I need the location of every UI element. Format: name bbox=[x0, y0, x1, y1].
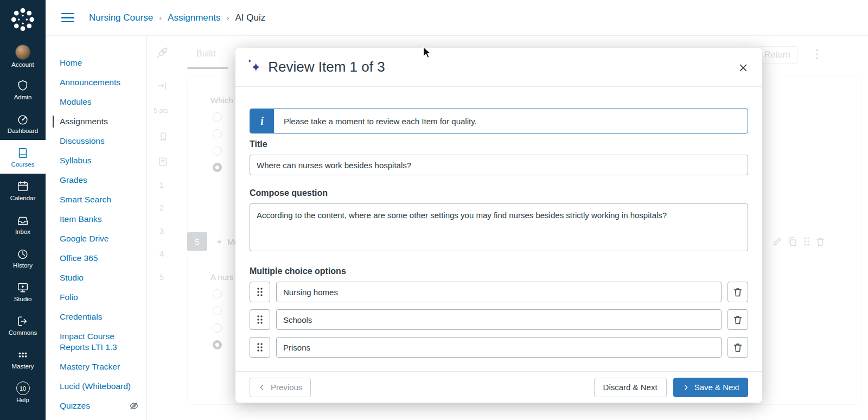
multiple-choice-options-label: Multiple choice options bbox=[250, 266, 748, 276]
eye-off-icon bbox=[129, 401, 139, 411]
discard-next-button[interactable]: Discard & Next bbox=[594, 378, 667, 397]
breadcrumb-course-link[interactable]: Nursing Course bbox=[89, 12, 153, 23]
option-row bbox=[250, 282, 748, 302]
global-nav-label: Inbox bbox=[15, 228, 30, 235]
global-nav-dashboard[interactable]: Dashboard bbox=[0, 106, 46, 140]
global-nav-mastery[interactable]: Mastery bbox=[0, 342, 46, 376]
sidebar-item-mastery-tracker[interactable]: Mastery Tracker bbox=[46, 357, 146, 377]
avatar bbox=[15, 44, 30, 60]
breadcrumb-separator: › bbox=[226, 13, 229, 22]
breadcrumb-current-page: AI Quiz bbox=[235, 12, 265, 23]
breadcrumb-separator: › bbox=[159, 13, 162, 22]
ai-sparkle-icon: ✦✦ bbox=[251, 61, 261, 74]
canvas-logo-icon[interactable] bbox=[0, 0, 46, 39]
clock-icon bbox=[16, 247, 29, 260]
delete-option-button[interactable] bbox=[727, 309, 748, 330]
save-next-button[interactable]: Save & Next bbox=[673, 378, 748, 397]
help-count-badge: 10 bbox=[16, 381, 30, 395]
global-nav-label: Help bbox=[16, 397, 29, 403]
option-row bbox=[250, 337, 748, 358]
monitor-play-icon bbox=[16, 281, 29, 294]
question-textarea[interactable]: According to the content, where are some… bbox=[250, 203, 748, 251]
global-nav-studio[interactable]: Studio bbox=[0, 275, 46, 308]
info-icon: i bbox=[250, 109, 274, 133]
global-nav-help[interactable]: 10 Help bbox=[0, 376, 46, 409]
sidebar-item-folio[interactable]: Folio bbox=[46, 288, 146, 307]
canvas-app: Account Admin Dashboard Courses Calendar… bbox=[0, 0, 868, 420]
compose-question-label: Compose question bbox=[250, 188, 748, 198]
option-input[interactable] bbox=[276, 337, 722, 358]
trash-icon bbox=[732, 342, 743, 353]
sidebar-item-discussions[interactable]: Discussions bbox=[46, 131, 146, 151]
trash-icon bbox=[732, 287, 743, 297]
drag-handle-icon[interactable] bbox=[250, 337, 270, 358]
info-alert-text: Please take a moment to review each Item… bbox=[274, 109, 487, 133]
chevron-left-icon bbox=[258, 384, 266, 391]
modal-title: ✦✦ Review Item 1 of 3 bbox=[251, 59, 385, 75]
hamburger-menu-icon[interactable] bbox=[61, 13, 74, 23]
global-nav-calendar[interactable]: Calendar bbox=[0, 174, 46, 207]
sidebar-item-syllabus[interactable]: Syllabus bbox=[46, 151, 146, 170]
sidebar-item-grades[interactable]: Grades bbox=[46, 170, 146, 190]
sidebar-item-smart-search[interactable]: Smart Search bbox=[46, 190, 146, 209]
chevron-right-icon bbox=[682, 384, 690, 391]
inbox-icon bbox=[16, 214, 29, 227]
sidebar-item-home[interactable]: Home bbox=[46, 53, 146, 73]
title-input[interactable] bbox=[250, 155, 748, 175]
breadcrumb: Nursing Course › Assignments › AI Quiz bbox=[89, 12, 265, 23]
global-nav-label: Dashboard bbox=[8, 128, 38, 134]
global-nav-label: Commons bbox=[9, 329, 37, 336]
share-arrow-icon bbox=[16, 315, 29, 328]
delete-option-button[interactable] bbox=[727, 337, 748, 358]
global-nav-inbox[interactable]: Inbox bbox=[0, 207, 46, 241]
global-nav: Account Admin Dashboard Courses Calendar… bbox=[0, 0, 46, 420]
global-nav-commons[interactable]: Commons bbox=[0, 308, 46, 342]
sidebar-item-impact-course-reports[interactable]: Impact Course Reports LTI 1.3 bbox=[46, 327, 146, 357]
title-label: Title bbox=[250, 139, 748, 149]
modal-footer: Previous Discard & Next Save & Next bbox=[235, 371, 762, 403]
drag-handle-icon[interactable] bbox=[250, 309, 270, 330]
trash-icon bbox=[732, 314, 743, 325]
close-icon[interactable] bbox=[736, 61, 750, 75]
calendar-icon bbox=[16, 180, 29, 193]
sidebar-item-studio[interactable]: Studio bbox=[46, 268, 146, 288]
option-row bbox=[250, 309, 748, 330]
sidebar-item-google-drive[interactable]: Google Drive bbox=[46, 229, 146, 249]
book-icon bbox=[16, 147, 29, 160]
global-nav-label: Account bbox=[11, 61, 34, 68]
course-nav: Home Announcements Modules Assignments D… bbox=[46, 36, 147, 420]
modal-header: ✦✦ Review Item 1 of 3 bbox=[235, 48, 762, 87]
modal-body: i Please take a moment to review each It… bbox=[235, 87, 762, 358]
option-input[interactable] bbox=[276, 309, 722, 330]
sidebar-item-assignments[interactable]: Assignments bbox=[46, 112, 146, 131]
global-nav-label: Courses bbox=[11, 161, 35, 168]
gauge-icon bbox=[16, 113, 29, 126]
breadcrumb-assignments-link[interactable]: Assignments bbox=[168, 12, 220, 23]
global-nav-history[interactable]: History bbox=[0, 241, 46, 275]
shield-icon bbox=[16, 79, 29, 92]
sidebar-item-label: Quizzes bbox=[60, 400, 90, 411]
delete-option-button[interactable] bbox=[727, 282, 748, 302]
global-nav-label: Admin bbox=[14, 94, 32, 100]
global-nav-account[interactable]: Account bbox=[0, 39, 46, 73]
sidebar-item-quizzes[interactable]: Quizzes bbox=[46, 396, 146, 416]
global-nav-label: History bbox=[13, 262, 33, 269]
sidebar-item-credentials[interactable]: Credentials bbox=[46, 307, 146, 327]
sidebar-item-announcements[interactable]: Announcements bbox=[46, 73, 146, 92]
global-nav-label: Studio bbox=[14, 296, 32, 302]
sidebar-item-office-365[interactable]: Office 365 bbox=[46, 249, 146, 268]
global-nav-courses[interactable]: Courses bbox=[0, 140, 46, 174]
global-nav-label: Calendar bbox=[10, 195, 36, 201]
drag-handle-icon[interactable] bbox=[250, 282, 270, 302]
review-item-modal: ✦✦ Review Item 1 of 3 i Please take a mo… bbox=[235, 48, 762, 403]
global-nav-admin[interactable]: Admin bbox=[0, 73, 46, 106]
sidebar-item-item-banks[interactable]: Item Banks bbox=[46, 209, 146, 229]
sidebar-item-modules[interactable]: Modules bbox=[46, 92, 146, 112]
sidebar-item-lucid-whiteboard[interactable]: Lucid (Whiteboard) bbox=[46, 377, 146, 396]
top-header: Nursing Course › Assignments › AI Quiz bbox=[46, 0, 868, 36]
previous-button[interactable]: Previous bbox=[250, 378, 311, 397]
info-alert: i Please take a moment to review each It… bbox=[250, 109, 748, 133]
option-input[interactable] bbox=[276, 282, 722, 302]
global-nav-label: Mastery bbox=[12, 363, 34, 370]
dots-grid-icon bbox=[16, 348, 29, 361]
